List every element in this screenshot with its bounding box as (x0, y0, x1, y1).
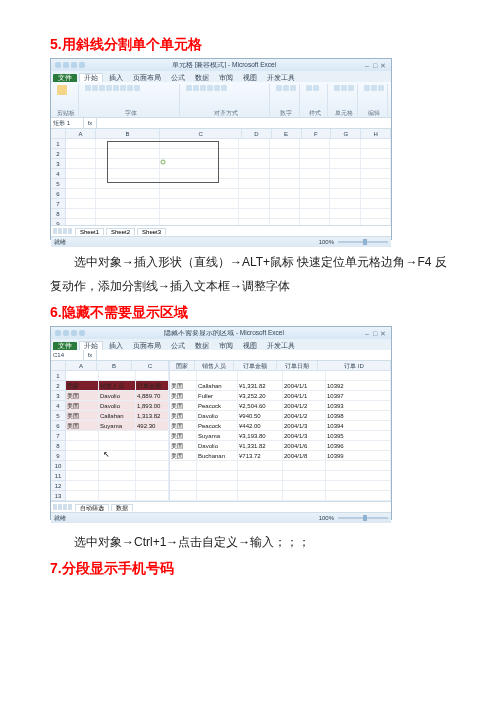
name-box[interactable]: 矩形 1 (51, 118, 84, 128)
cell[interactable]: 10396 (326, 441, 391, 451)
grid-row[interactable] (170, 371, 391, 381)
col-header[interactable]: B (97, 361, 132, 371)
row-header[interactable]: 7 (51, 431, 66, 441)
cell[interactable] (330, 219, 360, 225)
ribbon-tabs[interactable]: 文件 开始 插入 页面布局 公式 数据 审阅 视图 开发工具 (51, 339, 391, 350)
cell[interactable]: Callahan (99, 411, 136, 421)
col-headers[interactable]: A B C (51, 361, 169, 371)
cell[interactable] (330, 139, 360, 149)
grid-row[interactable]: 美国Peacock¥442.002004/1/310394 (170, 421, 391, 431)
row-header[interactable]: 3 (51, 159, 66, 169)
cell[interactable] (66, 209, 96, 219)
cell[interactable]: ¥713.72 (238, 451, 283, 461)
cell[interactable]: 国家 (66, 381, 99, 391)
grid-row[interactable] (170, 471, 391, 481)
row-header[interactable]: 8 (51, 441, 66, 451)
minimize-icon[interactable]: – (363, 330, 371, 337)
cell[interactable]: 2004/1/8 (283, 451, 326, 461)
row-header[interactable]: 11 (51, 471, 66, 481)
col-header[interactable]: F (302, 129, 332, 139)
grid-row[interactable]: 美国Callahan¥1,331.822004/1/110392 (170, 381, 391, 391)
row-header[interactable]: 12 (51, 481, 66, 491)
cell[interactable] (270, 179, 300, 189)
cell[interactable] (170, 491, 197, 501)
cell[interactable] (239, 209, 269, 219)
row-header[interactable]: 5 (51, 411, 66, 421)
cell[interactable] (239, 199, 269, 209)
ribbon-tab[interactable]: 开发工具 (263, 74, 299, 83)
grid-row[interactable]: 5美国Callahan1,313.82 (51, 411, 169, 421)
cell[interactable] (136, 431, 169, 441)
cell[interactable] (66, 481, 99, 491)
excel1-grid[interactable]: A B C D E F G H 123456789 (51, 129, 391, 225)
cell[interactable] (361, 169, 391, 179)
cell[interactable] (99, 431, 136, 441)
window-buttons[interactable]: –□✕ (363, 62, 387, 69)
grid-row[interactable]: 2国家销售人员订单金额 (51, 381, 169, 391)
cell[interactable] (99, 471, 136, 481)
cell[interactable] (300, 189, 330, 199)
formula-bar[interactable]: 矩形 1 fx (51, 118, 391, 129)
cell[interactable]: ¥1,331.82 (238, 441, 283, 451)
cell[interactable] (160, 149, 240, 159)
cell[interactable] (66, 451, 99, 461)
formula-input[interactable] (97, 350, 391, 360)
col-header[interactable]: C (132, 361, 169, 371)
cell[interactable] (239, 219, 269, 225)
col-header[interactable]: H (361, 129, 391, 139)
cell[interactable] (96, 149, 159, 159)
cell[interactable] (170, 371, 197, 381)
grid-row[interactable]: 6美国Suyama492.30 (51, 421, 169, 431)
ribbon-tabs[interactable]: 文件 开始 插入 页面布局 公式 数据 审阅 视图 开发工具 (51, 71, 391, 82)
grid-row[interactable]: 6 (51, 189, 391, 199)
cell[interactable] (361, 159, 391, 169)
col-headers[interactable]: A B C D E F G H (51, 129, 391, 139)
cell[interactable]: 4,889.70 (136, 391, 169, 401)
ribbon-tab[interactable]: 数据 (191, 74, 213, 83)
col-header[interactable]: 订单 ID (318, 361, 391, 371)
cell[interactable] (197, 491, 238, 501)
row-header[interactable]: 6 (51, 421, 66, 431)
file-tab[interactable]: 文件 (53, 74, 77, 83)
cell[interactable] (238, 481, 283, 491)
grid-row[interactable]: 7 (51, 431, 169, 441)
col-header[interactable]: 销售人员 (195, 361, 234, 371)
ribbon-tab[interactable]: 视图 (239, 74, 261, 83)
cell[interactable] (270, 149, 300, 159)
row-header[interactable]: 7 (51, 199, 66, 209)
cell[interactable] (160, 169, 240, 179)
ribbon-tab[interactable]: 开始 (79, 341, 103, 351)
row-header[interactable]: 2 (51, 149, 66, 159)
ribbon-group-styles[interactable]: 样式 (303, 84, 328, 116)
cell[interactable] (66, 149, 96, 159)
cell[interactable] (326, 481, 391, 491)
cell[interactable] (96, 159, 159, 169)
minimize-icon[interactable]: – (363, 62, 371, 69)
ribbon-tab[interactable]: 插入 (105, 74, 127, 83)
fx-icon[interactable]: fx (84, 118, 97, 128)
cell[interactable] (326, 471, 391, 481)
ribbon-tab[interactable]: 插入 (105, 342, 127, 351)
cell[interactable]: Callahan (197, 381, 238, 391)
grid-row[interactable]: 1 (51, 371, 169, 381)
cell[interactable] (361, 179, 391, 189)
row-header[interactable]: 2 (51, 381, 66, 391)
cell[interactable]: 10394 (326, 421, 391, 431)
excel2-grid[interactable]: A B C 12国家销售人员订单金额3美国Davolio4,889.704美国D… (51, 361, 391, 501)
cell[interactable] (238, 491, 283, 501)
window-buttons[interactable]: –□✕ (363, 330, 387, 337)
cell[interactable]: Suyama (99, 421, 136, 431)
cell[interactable] (160, 219, 240, 225)
col-header[interactable]: 订单金额 (234, 361, 277, 371)
cell[interactable] (197, 471, 238, 481)
grid-row[interactable]: 美国Fuller¥3,252.202004/1/110397 (170, 391, 391, 401)
sheet-tab[interactable]: 自动筛选 (75, 504, 109, 511)
ribbon-tab[interactable]: 视图 (239, 342, 261, 351)
cell[interactable] (66, 169, 96, 179)
cell[interactable]: 销售人员 (99, 381, 136, 391)
select-all-corner[interactable] (51, 361, 66, 371)
cell[interactable]: 1,313.82 (136, 411, 169, 421)
cell[interactable] (300, 169, 330, 179)
cell[interactable]: 2004/1/2 (283, 401, 326, 411)
col-header[interactable]: A (66, 129, 96, 139)
